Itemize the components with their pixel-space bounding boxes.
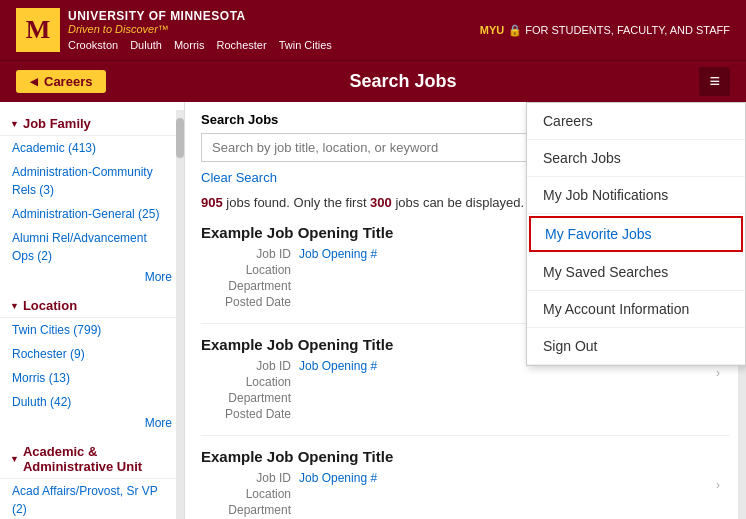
page-title: Search Jobs <box>106 71 699 92</box>
location-label: Location <box>201 263 291 277</box>
academic-unit-section: Academic & Administrative Unit Acad Affa… <box>0 438 184 519</box>
location-more[interactable]: More <box>0 414 184 432</box>
sidebar-item-admin-comm[interactable]: Administration-Community Rels (3) <box>0 160 184 202</box>
job-detail-dept: Department <box>201 391 730 405</box>
dropdown-item-sign-out[interactable]: Sign Out <box>527 328 745 365</box>
sidebar-item-acad-affairs[interactable]: Acad Affairs/Provost, Sr VP (2) <box>0 479 184 519</box>
sidebar-item-twin-cities[interactable]: Twin Cities (799) <box>0 318 184 342</box>
job-family-more[interactable]: More <box>0 268 184 286</box>
job-id-value: Job Opening # <box>299 247 377 261</box>
job-family-section: Job Family Academic (413) Administration… <box>0 110 184 286</box>
sidebar-item-alumni[interactable]: Alumni Rel/Advancement Ops (2) <box>0 226 184 268</box>
university-name: UNIVERSITY OF MINNESOTA <box>68 9 246 23</box>
careers-button[interactable]: Careers <box>16 70 106 93</box>
campus-duluth[interactable]: Duluth <box>130 39 162 51</box>
expand-arrow-icon[interactable]: › <box>716 478 720 492</box>
sidebar-item-rochester[interactable]: Rochester (9) <box>0 342 184 366</box>
sidebar-scrollbar-thumb[interactable] <box>176 118 184 158</box>
university-tagline: Driven to Discover™ <box>68 23 169 35</box>
campus-twin-cities[interactable]: Twin Cities <box>279 39 332 51</box>
sidebar-item-academic[interactable]: Academic (413) <box>0 136 184 160</box>
dropdown-menu: Careers Search Jobs My Job Notifications… <box>526 102 746 366</box>
dropdown-item-saved-searches[interactable]: My Saved Searches <box>527 254 745 291</box>
job-id-label: Job ID <box>201 359 291 373</box>
location-title: Location <box>0 292 184 318</box>
job-id-label: Job ID <box>201 471 291 485</box>
job-title[interactable]: Example Job Opening Title <box>201 448 730 465</box>
location-section: Location Twin Cities (799) Rochester (9)… <box>0 292 184 432</box>
dropdown-item-favorite-jobs[interactable]: My Favorite Jobs <box>529 216 743 252</box>
academic-unit-title: Academic & Administrative Unit <box>0 438 184 479</box>
hamburger-menu-button[interactable]: ≡ <box>699 67 730 96</box>
results-count: 905 <box>201 195 223 210</box>
dropdown-item-job-notifications[interactable]: My Job Notifications <box>527 177 745 214</box>
job-listing: Example Job Opening Title Job ID Job Ope… <box>201 448 730 519</box>
dropdown-item-account-info[interactable]: My Account Information <box>527 291 745 328</box>
location-label: Location <box>201 375 291 389</box>
university-branding: UNIVERSITY OF MINNESOTA Driven to Discov… <box>68 9 332 51</box>
dept-label: Department <box>201 503 291 517</box>
job-id-value: Job Opening # <box>299 471 377 485</box>
content-area: Search Jobs Clear Search Save 905 jobs f… <box>185 102 746 519</box>
dropdown-item-search-jobs[interactable]: Search Jobs <box>527 140 745 177</box>
job-detail-dept: Department <box>201 503 730 517</box>
main-layout: Job Family Academic (413) Administration… <box>0 102 746 519</box>
job-id-label: Job ID <box>201 247 291 261</box>
dept-label: Department <box>201 279 291 293</box>
location-label: Location <box>201 487 291 501</box>
job-id-value: Job Opening # <box>299 359 377 373</box>
sidebar: Job Family Academic (413) Administration… <box>0 102 185 519</box>
clear-search-link[interactable]: Clear Search <box>201 170 277 185</box>
campus-crookston[interactable]: Crookston <box>68 39 118 51</box>
sidebar-scrollbar-track[interactable] <box>176 110 184 519</box>
dept-label: Department <box>201 391 291 405</box>
results-max: 300 <box>370 195 392 210</box>
nav-bar: Careers Search Jobs ≡ <box>0 60 746 102</box>
sidebar-item-duluth[interactable]: Duluth (42) <box>0 390 184 414</box>
site-header: M UNIVERSITY OF MINNESOTA Driven to Disc… <box>0 0 746 60</box>
job-family-title: Job Family <box>0 110 184 136</box>
campus-rochester[interactable]: Rochester <box>217 39 267 51</box>
sidebar-item-admin-gen[interactable]: Administration-General (25) <box>0 202 184 226</box>
header-right: MYU 🔒 FOR STUDENTS, FACULTY, AND STAFF <box>480 24 730 37</box>
umn-logo: M <box>16 8 60 52</box>
job-detail-date: Posted Date <box>201 407 730 421</box>
date-label: Posted Date <box>201 295 291 309</box>
date-label: Posted Date <box>201 407 291 421</box>
job-detail-id: Job ID Job Opening # <box>201 471 730 485</box>
dropdown-item-careers[interactable]: Careers <box>527 103 745 140</box>
job-detail-location: Location › <box>201 375 730 389</box>
expand-arrow-icon[interactable]: › <box>716 366 720 380</box>
sidebar-item-morris[interactable]: Morris (13) <box>0 366 184 390</box>
campus-morris[interactable]: Morris <box>174 39 205 51</box>
header-left: M UNIVERSITY OF MINNESOTA Driven to Disc… <box>16 8 332 52</box>
myu-link[interactable]: MYU <box>480 24 504 36</box>
job-detail-location: Location › <box>201 487 730 501</box>
myu-subtitle: 🔒 FOR STUDENTS, FACULTY, AND STAFF <box>508 24 730 37</box>
campus-links: Crookston Duluth Morris Rochester Twin C… <box>68 39 332 51</box>
